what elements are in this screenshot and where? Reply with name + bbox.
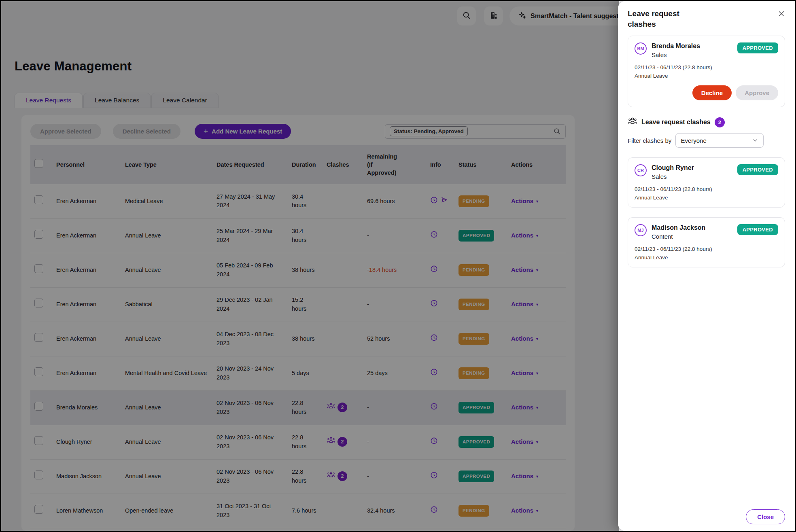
people-icon	[628, 117, 637, 127]
clashes-section-header: Leave request clashes 2	[628, 117, 785, 127]
avatar: CR	[635, 164, 647, 176]
status-badge: APPROVED	[737, 224, 778, 235]
section-title: Leave request clashes	[641, 119, 711, 126]
person-name: Madison Jackson	[652, 224, 705, 231]
person-name: Clough Ryner	[652, 164, 694, 172]
person-department: Sales	[652, 173, 694, 180]
approve-button[interactable]: Approve	[736, 85, 778, 100]
leave-type: Annual Leave	[635, 195, 778, 201]
clash-request-card: BM Brenda Morales Sales APPROVED 02/11/2…	[628, 36, 785, 107]
clash-filter-select[interactable]: Everyone	[675, 133, 764, 148]
clash-count-badge: 2	[715, 117, 725, 127]
filter-selected-value: Everyone	[681, 137, 706, 144]
decline-button[interactable]: Decline	[692, 85, 732, 100]
status-badge: APPROVED	[737, 42, 778, 53]
person-name: Brenda Morales	[652, 42, 700, 50]
leave-type: Annual Leave	[635, 73, 778, 79]
clash-filter-row: Filter clashes by Everyone	[628, 133, 785, 148]
panel-title: Leave request clashes	[618, 1, 702, 32]
leave-request-clashes-panel: Leave request clashes BM Brenda Morales …	[618, 1, 795, 531]
leave-type: Annual Leave	[635, 254, 778, 261]
person-department: Sales	[652, 51, 700, 58]
clash-request-card: CR Clough Ryner Sales APPROVED 02/11/23 …	[628, 157, 785, 208]
panel-close-button[interactable]	[777, 10, 786, 19]
panel-close-footer-button[interactable]: Close	[746, 509, 785, 524]
leave-dates: 02/11/23 - 06/11/23 (22.8 hours)	[635, 186, 778, 192]
clash-request-card: MJ Madison Jackson Content APPROVED 02/1…	[628, 217, 785, 267]
leave-dates: 02/11/23 - 06/11/23 (22.8 hours)	[635, 64, 778, 70]
leave-dates: 02/11/23 - 06/11/23 (22.8 hours)	[635, 246, 778, 252]
person-department: Content	[652, 233, 705, 240]
close-icon	[778, 10, 785, 19]
avatar: MJ	[635, 224, 647, 236]
avatar: BM	[635, 42, 647, 55]
filter-label: Filter clashes by	[628, 137, 671, 144]
modal-dim-overlay[interactable]	[1, 1, 619, 531]
status-badge: APPROVED	[737, 164, 778, 175]
chevron-down-icon	[752, 137, 758, 144]
